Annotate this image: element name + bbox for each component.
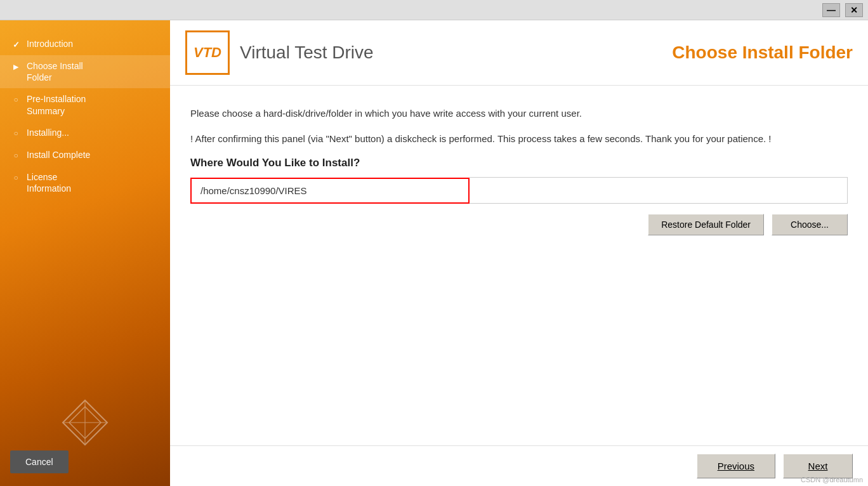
description-line1: Please choose a hard-disk/drive/folder i…	[190, 106, 848, 121]
description-line2: ! After confirming this panel (via "Next…	[190, 131, 848, 147]
content-area: VTD Virtual Test Drive Choose Install Fo…	[170, 20, 868, 486]
logo-area: VTD Virtual Test Drive	[185, 30, 374, 75]
logo-box: VTD	[185, 30, 230, 75]
page-title: Choose Install Folder	[672, 43, 853, 63]
restore-default-button[interactable]: Restore Default Folder	[648, 214, 764, 235]
sidebar-item-installing[interactable]: ○Installing...	[0, 122, 170, 144]
introduction-label: Introduction	[27, 38, 73, 49]
install-complete-label: Install Complete	[27, 149, 90, 161]
choose-install-folder-icon: ▶	[10, 61, 22, 72]
main-container: ✓Introduction▶Choose Install Folder○Pre-…	[0, 20, 868, 486]
choose-button[interactable]: Choose...	[772, 214, 848, 235]
content-footer: Previous Next	[170, 445, 868, 486]
minimize-button[interactable]: —	[822, 3, 840, 17]
content-body: Please choose a hard-disk/drive/folder i…	[170, 86, 868, 445]
section-label: Where Would You Like to Install?	[190, 157, 848, 169]
sidebar: ✓Introduction▶Choose Install Folder○Pre-…	[0, 20, 170, 486]
previous-button[interactable]: Previous	[697, 454, 775, 478]
sidebar-item-introduction[interactable]: ✓Introduction	[0, 33, 170, 55]
sidebar-item-choose-install-folder[interactable]: ▶Choose Install Folder	[0, 55, 170, 88]
next-button[interactable]: Next	[783, 454, 853, 478]
sidebar-item-pre-installation-summary[interactable]: ○Pre-Installation Summary	[0, 88, 170, 121]
choose-install-folder-label: Choose Install Folder	[27, 60, 83, 83]
pre-installation-summary-icon: ○	[10, 94, 22, 105]
license-information-label: License Information	[27, 171, 71, 194]
content-header: VTD Virtual Test Drive Choose Install Fo…	[170, 20, 868, 86]
pre-installation-summary-label: Pre-Installation Summary	[27, 93, 86, 116]
installing-label: Installing...	[27, 127, 69, 138]
license-information-icon: ○	[10, 172, 22, 183]
close-button[interactable]: ✕	[845, 3, 863, 17]
cancel-button[interactable]: Cancel	[10, 450, 69, 473]
introduction-icon: ✓	[10, 39, 22, 50]
folder-path-input[interactable]	[190, 178, 470, 204]
installing-icon: ○	[10, 128, 22, 139]
folder-input-rest	[470, 177, 848, 204]
install-complete-icon: ○	[10, 150, 22, 161]
sidebar-item-license-information[interactable]: ○License Information	[0, 166, 170, 199]
sidebar-item-install-complete[interactable]: ○Install Complete	[0, 144, 170, 166]
app-title: Virtual Test Drive	[240, 43, 374, 63]
sidebar-nav: ✓Introduction▶Choose Install Folder○Pre-…	[0, 20, 170, 440]
folder-buttons: Restore Default Folder Choose...	[190, 214, 848, 235]
watermark: CSDN @dreautumn	[801, 476, 863, 483]
folder-input-row	[190, 177, 848, 204]
sidebar-decoration	[60, 397, 110, 448]
title-bar: — ✕	[0, 0, 868, 20]
